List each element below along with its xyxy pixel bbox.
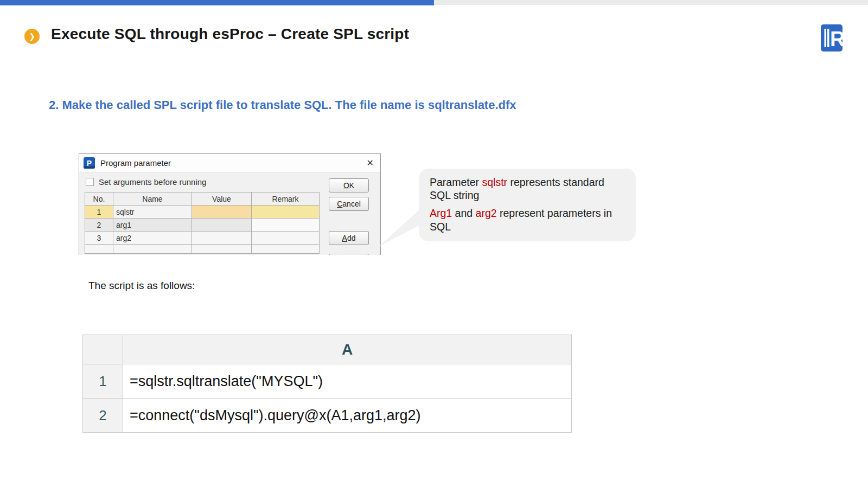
cropped-button [329,254,369,255]
callout-line-1: Parameter sqlstr represents standard SQL… [430,176,625,202]
close-icon[interactable]: ✕ [367,158,374,168]
param-name-cell[interactable]: arg1 [113,219,192,232]
callout-tail [378,208,420,248]
raqsoft-logo: R [821,24,843,52]
topbar-rest [434,0,868,5]
callout-text: Parameter [430,176,482,188]
param-row-partial [85,245,320,254]
ok-button-rest: K [349,181,354,190]
col-header-value: Value [192,192,252,206]
cancel-button[interactable]: Cancel [329,197,369,211]
param-name-cell[interactable]: sqlstr [113,206,192,219]
col-header-name: Name [113,192,192,206]
parameter-grid: No. Name Value Remark 1 sqlstr 2 arg1 [85,192,320,254]
script-cell-a2[interactable]: =connect("dsMysql").query@x(A1,arg1,arg2… [123,399,572,433]
script-intro: The script is as follows: [88,280,195,292]
raqsoft-logo-graphic: R [821,24,843,52]
add-button[interactable]: Add [329,231,369,245]
script-row-2: 2 =connect("dsMysql").query@x(A1,arg1,ar… [83,399,572,433]
param-value-cell[interactable] [192,206,252,219]
callout-text: and [452,207,475,219]
param-remark-cell[interactable] [252,206,320,219]
callout-line-2: Arg1 and arg2 represent parameters in SQ… [430,207,625,233]
logo-letter: R [830,28,843,50]
param-value-cell[interactable] [192,219,252,232]
spl-script-table: A 1 =sqlstr.sqltranslate("MYSQL") 2 =con… [82,335,572,433]
col-header-remark: Remark [252,192,320,206]
ok-button-key: O [343,181,349,190]
script-row-1: 1 =sqlstr.sqltranslate("MYSQL") [83,364,572,399]
checkbox-label: Set arguments before running [99,177,206,187]
row-number-cell[interactable]: 2 [85,219,113,232]
set-arguments-row: Set arguments before running [86,177,206,187]
program-parameter-dialog: P Program parameter ✕ Set arguments befo… [79,153,381,255]
set-arguments-checkbox[interactable] [86,178,94,186]
topbar-accent [0,0,434,5]
esproc-p-icon: P [84,157,95,169]
script-row-number: 2 [83,399,123,433]
callout-highlight-arg1: Arg1 [430,207,452,219]
dialog-title: Program parameter [100,158,171,168]
ok-button[interactable]: OK [329,178,369,192]
param-value-cell[interactable] [192,232,252,245]
dialog-titlebar: P Program parameter ✕ [79,154,380,172]
script-row-number: 1 [83,364,123,399]
slide: ❯ Execute SQL through esProc – Create SP… [0,0,868,488]
row-number-cell[interactable]: 1 [85,206,113,219]
chevron-right-icon: ❯ [24,29,40,44]
grid-header-row: No. Name Value Remark [85,192,320,206]
add-button-key: A [342,234,347,242]
add-button-rest: dd [347,234,356,242]
cancel-button-rest: ancel [342,200,360,208]
param-row-arg1: 2 arg1 [85,219,320,232]
chevron-glyph: ❯ [29,32,35,41]
script-corner-cell [83,335,123,364]
cancel-button-key: C [337,200,342,208]
section-heading: 2. Make the called SPL script file to tr… [49,98,516,112]
row-number-cell[interactable]: 3 [85,232,113,245]
param-row-sqlstr: 1 sqlstr [85,206,320,219]
param-row-arg2: 3 arg2 [85,232,320,245]
script-header-row: A [83,335,572,364]
script-cell-a1[interactable]: =sqlstr.sqltranslate("MYSQL") [123,364,572,399]
callout-highlight-arg2: arg2 [476,207,497,219]
page-title: Execute SQL through esProc – Create SPL … [51,25,409,43]
callout: Parameter sqlstr represents standard SQL… [419,169,636,241]
param-remark-cell[interactable] [252,219,320,232]
script-column-a-header: A [123,335,572,364]
callout-highlight-sqlstr: sqlstr [482,176,507,188]
col-header-no: No. [85,192,113,206]
param-remark-cell[interactable] [252,232,320,245]
param-name-cell[interactable]: arg2 [113,232,192,245]
dialog-body: Set arguments before running No. Name Va… [79,172,380,255]
